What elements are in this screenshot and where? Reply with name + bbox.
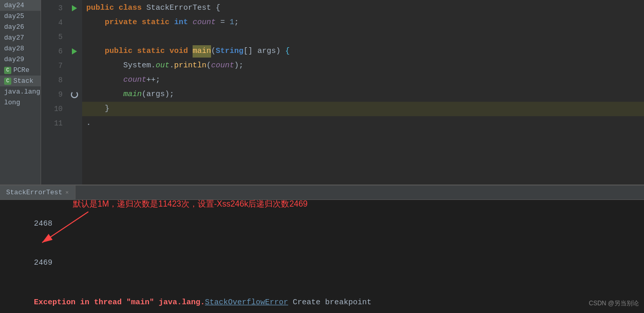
- bottom-panel: StackErrorTest × 默认是1M，递归次数是11423次，设置-Xs…: [0, 185, 644, 313]
- keyword-void: void: [169, 45, 193, 58]
- gutter-4: [67, 15, 82, 30]
- code-editor[interactable]: public class StackErrorTest { private st…: [82, 0, 644, 185]
- annotation-text: 默认是1M，递归次数是11423次，设置-Xss246k后递归次数2469: [73, 200, 308, 210]
- bottom-tabs: StackErrorTest ×: [0, 186, 644, 200]
- sidebar-item-stack[interactable]: C Stack: [0, 76, 41, 86]
- code-line-11: .: [82, 116, 644, 131]
- paren-7a: (: [206, 60, 211, 72]
- code-line-9: main(args);: [82, 87, 644, 102]
- sidebar-item-pcre[interactable]: C PCRe: [0, 65, 41, 76]
- keyword-public2: public: [105, 45, 137, 58]
- code-line-6: public static void main(String[] args) {: [82, 44, 644, 59]
- sidebar-item-label: day25: [4, 12, 24, 20]
- field-count: count: [193, 16, 216, 29]
- type-string: String: [216, 45, 243, 58]
- console-content: 默认是1M，递归次数是11423次，设置-Xss246k后递归次数2469 24…: [0, 200, 644, 313]
- sidebar-item-label: day29: [4, 56, 24, 63]
- sidebar-item-day25[interactable]: day25: [0, 11, 41, 22]
- console-line-2468: 2468: [6, 204, 638, 244]
- println: println: [174, 60, 206, 72]
- breakpoint-arrow-3[interactable]: [72, 5, 77, 11]
- sidebar-item-day29[interactable]: day29: [0, 54, 41, 65]
- brace-open: {: [216, 2, 220, 14]
- sidebar-item-label: day27: [4, 34, 24, 42]
- keyword-static: static: [142, 16, 174, 29]
- sidebar: day24 day25 day26 day27 day28 day29 C PC…: [0, 0, 41, 185]
- sidebar-item-label: day28: [4, 45, 24, 52]
- main-call: main: [123, 88, 142, 101]
- sidebar-item-javalang[interactable]: java.lang: [0, 86, 41, 97]
- code-view: 3 4 5 6 7 8 9 10 11: [41, 0, 644, 185]
- line-num-7: 7: [59, 59, 63, 73]
- sidebar-item-day24[interactable]: day24: [0, 0, 41, 11]
- brace-open-6: {: [285, 45, 290, 58]
- indent-6: [86, 45, 105, 58]
- sidebar-item-day26[interactable]: day26: [0, 22, 41, 32]
- line-num-11: 11: [54, 116, 63, 131]
- code-line-4: private static int count = 1;: [82, 15, 644, 30]
- keyword-public: public: [86, 2, 119, 14]
- sidebar-item-long[interactable]: long: [0, 97, 41, 108]
- line-num-10: 10: [54, 102, 63, 116]
- out: out: [156, 60, 169, 72]
- param-args: args: [257, 45, 276, 58]
- sidebar-item-label: long: [4, 99, 20, 106]
- args-call: (args);: [142, 88, 174, 101]
- paren-open: (: [211, 45, 216, 58]
- reload-icon-9[interactable]: [71, 91, 78, 98]
- class-name: StackErrorTest: [146, 2, 216, 14]
- code-line-3: public class StackErrorTest {: [82, 1, 644, 15]
- gutter-10: [67, 102, 82, 116]
- close-tab-button[interactable]: ×: [65, 190, 69, 196]
- gutter-8: [67, 73, 82, 87]
- java-class-icon: C: [4, 78, 11, 85]
- indent-9: [86, 88, 123, 101]
- keyword-int: int: [174, 16, 193, 29]
- code-line-8: count++;: [82, 73, 644, 87]
- indent-7: [86, 60, 123, 72]
- sidebar-item-label: PCRe: [13, 66, 29, 74]
- gutter-7: [67, 59, 82, 73]
- gutter-9[interactable]: [67, 87, 82, 102]
- code-line-10: }: [82, 102, 644, 116]
- breakpoint-arrow-6[interactable]: [72, 48, 77, 54]
- semicolon: ;: [234, 16, 239, 29]
- keyword-static2: static: [137, 45, 169, 58]
- dot: .: [169, 60, 174, 72]
- line-num-9: 9: [59, 87, 63, 102]
- line-num-5: 5: [59, 30, 63, 44]
- method-main: main: [193, 45, 211, 58]
- stackoverflow-link[interactable]: StackOverflowError: [205, 298, 288, 307]
- paren-close: ): [276, 45, 285, 58]
- sidebar-item-label: day24: [4, 2, 24, 9]
- keyword-class: class: [119, 2, 146, 14]
- line-numbers: 3 4 5 6 7 8 9 10 11: [41, 0, 67, 185]
- java-class-icon: C: [4, 67, 11, 74]
- console-tab[interactable]: StackErrorTest ×: [0, 186, 75, 199]
- increment: ++;: [146, 74, 160, 86]
- indent-4: [86, 16, 105, 29]
- line-num-6: 6: [59, 44, 63, 59]
- console-line-2469: 2469: [6, 244, 638, 283]
- dot-11: .: [86, 117, 91, 130]
- count-ref-8: count: [123, 74, 146, 86]
- editor-area: 3 4 5 6 7 8 9 10 11: [41, 0, 644, 185]
- brackets: []: [243, 45, 257, 58]
- line-num-3: 3: [59, 1, 63, 15]
- count-ref-7: count: [211, 60, 234, 72]
- system: System.: [123, 60, 156, 72]
- indent-10: [86, 103, 105, 115]
- close-brace-10: }: [105, 103, 109, 115]
- gutter-6[interactable]: [67, 44, 82, 59]
- sidebar-item-label: java.lang: [4, 88, 40, 96]
- paren-7b: );: [234, 60, 243, 72]
- gutter-5: [67, 30, 82, 44]
- sidebar-item-day28[interactable]: day28: [0, 43, 41, 54]
- gutter-3[interactable]: [67, 1, 82, 15]
- sidebar-item-day27[interactable]: day27: [0, 32, 41, 43]
- watermark: CSDN @另当别论: [589, 299, 639, 308]
- code-line-5: [82, 30, 644, 44]
- equals: =: [216, 16, 230, 29]
- console-line-exception: Exception in thread "main" java.lang.Sta…: [6, 283, 638, 313]
- sidebar-item-label: day26: [4, 23, 24, 31]
